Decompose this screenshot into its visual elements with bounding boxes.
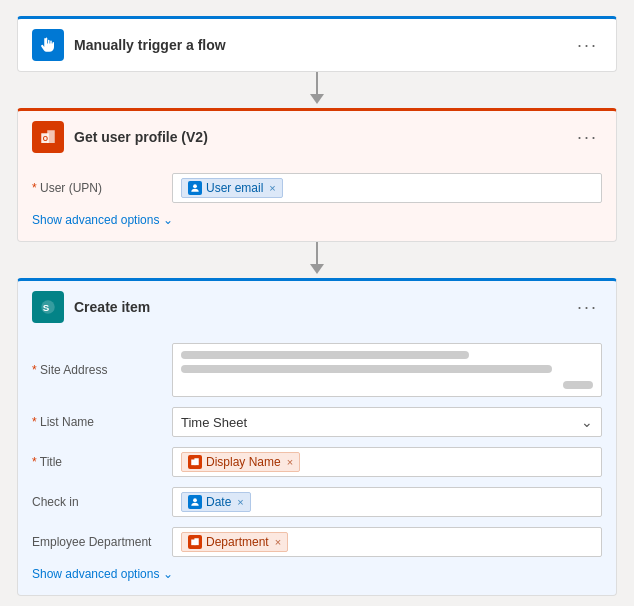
site-address-input[interactable] [172,343,602,397]
create-body: Site Address List Name Time Sheet [18,333,616,595]
upn-input[interactable]: User email × [172,173,602,203]
flow-canvas: Manually trigger a flow ··· O Get user p… [16,16,618,596]
create-chevron-down-icon: ⌄ [163,567,173,581]
svg-rect-1 [47,130,55,143]
create-card: S Create item ··· Site Address [17,278,617,596]
svg-point-8 [193,498,197,502]
list-name-chevron-icon: ⌄ [581,414,593,430]
list-name-dropdown[interactable]: Time Sheet ⌄ [172,407,602,437]
upn-row: User (UPN) User email × [32,173,602,203]
create-title: Create item [74,299,563,315]
trigger-card: Manually trigger a flow ··· [17,16,617,72]
office-icon: O [32,121,64,153]
list-name-row: List Name Time Sheet ⌄ [32,407,602,437]
dept-tag-close[interactable]: × [275,536,281,548]
checkin-row: Check in Date × [32,487,602,517]
create-more-button[interactable]: ··· [573,298,602,316]
arrow-1 [310,72,324,108]
arrow-line-2 [316,242,318,264]
upn-label: User (UPN) [32,181,162,195]
user-email-tag-close[interactable]: × [269,182,275,194]
arrow-2 [310,242,324,278]
dept-label: Employee Department [32,535,162,549]
checkin-label: Check in [32,495,162,509]
blur-line-1 [181,351,469,359]
dept-tag-icon [188,535,202,549]
profile-advanced-options[interactable]: Show advanced options ⌄ [32,213,602,227]
svg-rect-7 [194,458,198,465]
create-header: S Create item ··· [18,281,616,333]
office-tag-icon [188,455,202,469]
profile-more-button[interactable]: ··· [573,128,602,146]
dept-row: Employee Department Department × [32,527,602,557]
trigger-icon [32,29,64,61]
profile-title: Get user profile (V2) [74,129,563,145]
trigger-more-button[interactable]: ··· [573,36,602,54]
svg-point-3 [193,184,197,188]
profile-card: O Get user profile (V2) ··· User (UPN) [17,108,617,242]
profile-body: User (UPN) User email × [18,163,616,241]
blur-line-3 [563,381,593,389]
trigger-header: Manually trigger a flow ··· [18,19,616,71]
date-tag: Date × [181,492,251,512]
profile-header: O Get user profile (V2) ··· [18,111,616,163]
arrow-line-1 [316,72,318,94]
title-label: Title [32,455,162,469]
date-tag-icon [188,495,202,509]
svg-rect-10 [194,538,198,545]
arrow-head-1 [310,94,324,104]
site-address-label: Site Address [32,363,162,377]
tag-person-icon [188,181,202,195]
svg-text:O: O [43,135,48,142]
date-tag-close[interactable]: × [237,496,243,508]
checkin-input[interactable]: Date × [172,487,602,517]
dept-tag: Department × [181,532,288,552]
dept-input[interactable]: Department × [172,527,602,557]
list-name-value: Time Sheet [181,415,247,430]
display-name-tag-close[interactable]: × [287,456,293,468]
display-name-tag-label: Display Name [206,455,281,469]
sharepoint-icon-box: S [32,291,64,323]
site-address-blurred [181,348,593,392]
title-row: Title Display Name × [32,447,602,477]
list-name-label: List Name [32,415,162,429]
title-input[interactable]: Display Name × [172,447,602,477]
date-tag-label: Date [206,495,231,509]
arrow-head-2 [310,264,324,274]
create-advanced-options[interactable]: Show advanced options ⌄ [32,567,602,581]
dept-tag-label: Department [206,535,269,549]
chevron-down-icon: ⌄ [163,213,173,227]
svg-text:S: S [43,302,50,313]
user-email-tag-label: User email [206,181,263,195]
display-name-tag: Display Name × [181,452,300,472]
user-email-tag: User email × [181,178,283,198]
trigger-title: Manually trigger a flow [74,37,563,53]
site-address-row: Site Address [32,343,602,397]
blur-line-2 [181,365,552,373]
